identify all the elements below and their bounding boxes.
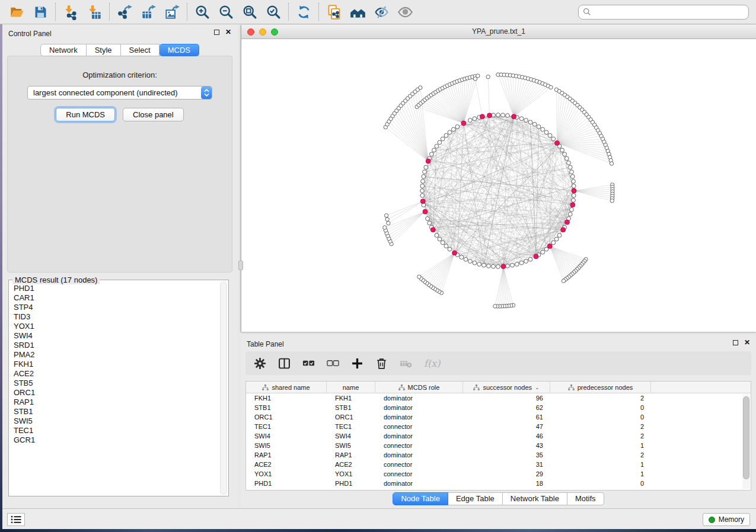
- table-cell: 35: [463, 450, 550, 460]
- export-table-icon: [141, 4, 157, 20]
- mcds-result-item[interactable]: TEC1: [9, 426, 219, 435]
- table-row[interactable]: FKH1FKH1dominator962: [246, 393, 751, 403]
- node-table-body: FKH1FKH1dominator962STB1STB1dominator620…: [246, 393, 751, 488]
- tab-node-table[interactable]: Node Table: [393, 492, 448, 505]
- table-mode-button[interactable]: [254, 357, 266, 370]
- table-cell: 96: [463, 393, 550, 403]
- criterion-dropdown[interactable]: largest connected component (undirected): [27, 86, 212, 100]
- toolbar-separator: [109, 3, 110, 21]
- float-table-panel-icon[interactable]: [733, 340, 738, 345]
- column-header-name[interactable]: name: [327, 382, 375, 393]
- table-scrollbar[interactable]: [742, 395, 750, 489]
- close-panel-icon[interactable]: ✕: [225, 30, 231, 35]
- mcds-result-item[interactable]: RAP1: [9, 398, 219, 407]
- mcds-result-item[interactable]: FKH1: [9, 360, 219, 369]
- mcds-result-item[interactable]: STB5: [9, 379, 219, 388]
- minimize-window-button[interactable]: [259, 28, 266, 36]
- table-row[interactable]: ORC1ORC1dominator610: [246, 412, 751, 422]
- mcds-result-item[interactable]: YOX1: [9, 322, 219, 331]
- table-row[interactable]: SWI4SWI4dominator462: [246, 431, 751, 441]
- mcds-result-item[interactable]: CAR1: [9, 293, 219, 303]
- table-row[interactable]: SWI5SWI5connector431: [246, 441, 751, 450]
- tab-edge-table[interactable]: Edge Table: [448, 492, 503, 505]
- zoom-in-button[interactable]: [190, 2, 214, 22]
- table-cell: dominator: [375, 403, 463, 412]
- sort-menu-icon[interactable]: ⌄: [535, 384, 540, 390]
- column-header-shared-name[interactable]: shared name: [246, 382, 327, 393]
- search-input[interactable]: [594, 8, 744, 16]
- network-window-titlebar[interactable]: YPA_prune.txt_1: [241, 25, 756, 39]
- maximize-window-button[interactable]: [271, 28, 278, 36]
- application-window: Control Panel ✕ NetworkStyleSelectMCDS O…: [0, 0, 756, 532]
- column-header-MCDS-role[interactable]: MCDS role: [375, 382, 463, 393]
- table-row[interactable]: ACE2ACE2connector311: [246, 460, 751, 469]
- table-cell: 61: [463, 412, 550, 422]
- import-network-button[interactable]: [59, 2, 82, 22]
- node-table-header: shared namenameMCDS rolesuccessor nodes⌄…: [246, 382, 751, 393]
- delete-columns-button[interactable]: [375, 357, 388, 370]
- save-session-button[interactable]: [28, 2, 52, 22]
- new-network-from-selection-button[interactable]: [322, 2, 346, 22]
- table-row[interactable]: RAP1RAP1dominator352: [246, 450, 751, 460]
- memory-button[interactable]: Memory: [703, 513, 750, 526]
- run-mcds-button[interactable]: Run MCDS: [56, 108, 115, 121]
- mcds-result-item[interactable]: GCR1: [9, 435, 219, 445]
- open-folder-icon: [9, 4, 25, 20]
- task-history-button[interactable]: [7, 513, 25, 526]
- tab-mcds[interactable]: MCDS: [160, 44, 199, 56]
- fit-content-button[interactable]: [238, 2, 261, 22]
- first-neighbors-button[interactable]: [346, 2, 369, 22]
- table-row[interactable]: TEC1TEC1connector472: [246, 422, 751, 431]
- open-session-button[interactable]: [5, 2, 28, 22]
- tab-style[interactable]: Style: [87, 44, 121, 56]
- toolbar-separator: [187, 3, 187, 21]
- mcds-result-item[interactable]: STP4: [9, 303, 219, 312]
- create-column-button[interactable]: [351, 357, 363, 370]
- close-window-button[interactable]: [247, 28, 254, 36]
- import-table-button[interactable]: [82, 2, 106, 22]
- mcds-result-item[interactable]: PHD1: [9, 284, 219, 293]
- export-network-button[interactable]: [113, 2, 136, 22]
- node-table: shared namenameMCDS rolesuccessor nodes⌄…: [245, 381, 751, 491]
- zoom-selected-icon: [266, 4, 282, 20]
- global-search[interactable]: [578, 5, 749, 20]
- zoom-out-button[interactable]: [214, 2, 238, 22]
- select-all-button[interactable]: [302, 357, 315, 370]
- refresh-view-button[interactable]: [292, 2, 315, 22]
- tab-network-table[interactable]: Network Table: [503, 492, 567, 505]
- close-panel-button[interactable]: Close panel: [123, 108, 184, 121]
- table-scrollbar-thumb[interactable]: [743, 396, 749, 479]
- deselect-all-button[interactable]: [327, 357, 339, 370]
- column-header-predecessor-nodes[interactable]: predecessor nodes: [550, 382, 651, 393]
- export-table-button[interactable]: [136, 2, 160, 22]
- column-header-successor-nodes[interactable]: successor nodes⌄: [463, 382, 550, 393]
- mcds-result-item[interactable]: TID3: [9, 312, 219, 322]
- tab-select[interactable]: Select: [121, 44, 160, 56]
- table-row[interactable]: YOX1YOX1connector291: [246, 469, 751, 479]
- zoom-selected-button[interactable]: [261, 2, 285, 22]
- hide-graphics-details-button[interactable]: [369, 2, 393, 22]
- mcds-result-item[interactable]: ACE2: [9, 369, 219, 379]
- zoom-fit-icon: [242, 4, 258, 20]
- plus-icon: [351, 357, 363, 370]
- mcds-result-item[interactable]: ORC1: [9, 388, 219, 398]
- show-graphics-details-button[interactable]: [393, 2, 417, 22]
- mcds-result-item[interactable]: PMA2: [9, 350, 219, 360]
- mcds-result-item[interactable]: STB1: [9, 407, 219, 416]
- mcds-result-scrollbar[interactable]: [220, 281, 227, 495]
- tab-motifs[interactable]: Motifs: [567, 492, 604, 505]
- mcds-result-item[interactable]: SWI5: [9, 416, 219, 426]
- tab-network[interactable]: Network: [40, 44, 87, 56]
- mcds-result-item[interactable]: SWI4: [9, 331, 219, 341]
- export-image-button[interactable]: [160, 2, 184, 22]
- network-graph-canvas[interactable]: [241, 39, 756, 332]
- mcds-result-item[interactable]: SRD1: [9, 341, 219, 350]
- table-row[interactable]: STB1STB1dominator620: [246, 403, 751, 412]
- close-table-panel-icon[interactable]: ✕: [744, 340, 750, 345]
- show-column-button[interactable]: [278, 357, 291, 370]
- table-cell: ACE2: [327, 460, 375, 469]
- save-floppy-icon: [33, 4, 49, 20]
- table-row[interactable]: PHD1PHD1dominator180: [246, 479, 751, 488]
- float-panel-icon[interactable]: [214, 30, 219, 35]
- split-pane-grip[interactable]: [238, 261, 243, 270]
